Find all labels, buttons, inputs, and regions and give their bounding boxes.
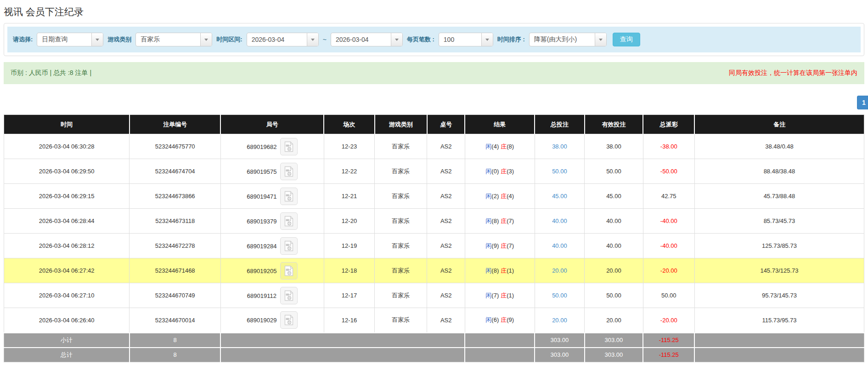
time-sort-combobox[interactable] <box>529 33 607 46</box>
cell-remark: 95.73/145.73 <box>694 283 864 308</box>
total-bet-link[interactable]: 20.00 <box>552 267 567 274</box>
cell-time: 2026-03-04 06:28:12 <box>4 234 130 258</box>
total-bet-link[interactable]: 45.00 <box>552 193 567 200</box>
total-bet-link[interactable]: 20.00 <box>552 317 567 324</box>
time-sort-label: 时间排序 : <box>497 35 525 44</box>
query-type-dropdown-button[interactable] <box>91 33 103 46</box>
total-bet-link[interactable]: 50.00 <box>552 292 567 299</box>
chevron-down-icon <box>485 39 489 41</box>
total-remark-empty <box>694 348 864 362</box>
video-replay-button[interactable] <box>280 163 298 180</box>
cell-session: 12-21 <box>324 184 375 209</box>
query-type-combobox[interactable] <box>37 33 103 46</box>
result-player: 闲 <box>485 168 491 175</box>
result-banker: 庄 <box>501 193 507 200</box>
query-button[interactable]: 查询 <box>613 33 640 46</box>
total-bet-link[interactable]: 40.00 <box>552 242 567 249</box>
cell-table-number: AS2 <box>427 308 465 333</box>
date-to-combobox[interactable] <box>331 33 403 46</box>
cell-round-number: 689019205 <box>220 258 324 283</box>
date-to-dropdown-button[interactable] <box>391 33 402 46</box>
result-player-score: (4) <box>491 143 499 150</box>
video-replay-button[interactable] <box>280 237 298 255</box>
result-player-score: (6) <box>491 316 499 323</box>
table-header-row: 时间 注单编号 局号 场次 游戏类别 桌号 结果 总投注 有效投注 总派彩 备注 <box>4 115 864 134</box>
page-size-combobox[interactable] <box>439 33 493 46</box>
total-row: 总计 8 303.00 303.00 -115.25 <box>4 348 864 362</box>
cell-valid-bet: 50.00 <box>585 159 643 184</box>
query-type-input[interactable] <box>37 33 91 46</box>
video-replay-button[interactable] <box>280 287 298 304</box>
cell-bet-number: 523244671468 <box>130 258 221 283</box>
result-banker: 庄 <box>501 316 507 323</box>
page-size-input[interactable] <box>439 33 481 46</box>
result-player: 闲 <box>485 267 491 274</box>
page-title: 视讯 会员下注纪录 <box>4 6 864 18</box>
page-size-dropdown-button[interactable] <box>481 33 493 46</box>
cell-result: 闲(9)庄(7) <box>465 234 535 258</box>
total-bet-link[interactable]: 38.00 <box>552 143 567 150</box>
cell-time: 2026-03-04 06:30:28 <box>4 134 130 159</box>
video-file-icon <box>284 290 294 301</box>
select-label: 请选择: <box>13 35 33 44</box>
cell-game-type: 百家乐 <box>375 134 427 159</box>
game-type-input[interactable] <box>136 33 200 46</box>
video-replay-button[interactable] <box>280 138 298 155</box>
result-player: 闲 <box>485 292 491 299</box>
cell-valid-bet: 38.00 <box>585 134 643 159</box>
round-number: 689019575 <box>247 168 276 175</box>
cell-total-bet: 38.00 <box>535 134 585 159</box>
cell-bet-number: 523244670014 <box>130 308 221 333</box>
total-bet-link[interactable]: 40.00 <box>552 217 567 224</box>
result-player: 闲 <box>485 316 491 323</box>
date-from-combobox[interactable] <box>247 33 319 46</box>
cell-bet-number: 523244672278 <box>130 234 221 258</box>
result-banker-score: (9) <box>507 316 514 323</box>
subtotal-result-empty <box>465 333 535 348</box>
table-row: 2026-03-04 06:30:28 523244675770 6890196… <box>4 134 864 159</box>
game-type-dropdown-button[interactable] <box>200 33 212 46</box>
date-to-input[interactable] <box>331 33 391 46</box>
round-number: 689019112 <box>247 292 276 299</box>
total-bet-link[interactable]: 50.00 <box>552 168 567 175</box>
video-replay-button[interactable] <box>280 212 298 230</box>
date-from-input[interactable] <box>247 33 307 46</box>
pagination: 1 <box>4 96 864 109</box>
round-number: 689019284 <box>247 242 276 249</box>
header-bet-number: 注单编号 <box>130 115 221 134</box>
video-file-icon <box>284 314 294 326</box>
cell-session: 12-23 <box>324 134 375 159</box>
total-result-empty <box>465 348 535 362</box>
cell-session: 12-18 <box>324 258 375 283</box>
video-replay-button[interactable] <box>280 262 298 280</box>
valid-bet-notice: 同局有效投注，统一计算在该局第一张注单内 <box>729 69 857 77</box>
table-row: 2026-03-04 06:27:42 523244671468 6890192… <box>4 258 864 283</box>
time-sort-input[interactable] <box>530 33 595 46</box>
subtotal-total-bet: 303.00 <box>535 333 585 348</box>
header-session: 场次 <box>324 115 375 134</box>
video-file-icon <box>284 191 294 202</box>
chevron-down-icon <box>311 39 315 41</box>
cell-result: 闲(4)庄(8) <box>465 134 535 159</box>
video-replay-button[interactable] <box>280 311 298 329</box>
cell-remark: 85.73/45.73 <box>694 209 864 234</box>
cell-time: 2026-03-04 06:29:50 <box>4 159 130 184</box>
table-row: 2026-03-04 06:29:50 523244674704 6890195… <box>4 159 864 184</box>
game-type-combobox[interactable] <box>135 33 212 46</box>
time-sort-dropdown-button[interactable] <box>595 33 606 46</box>
filter-panel: 请选择: 游戏类别 时间区间: ~ 每页笔数 : <box>4 23 864 56</box>
total-total-bet: 303.00 <box>535 348 585 362</box>
cell-game-type: 百家乐 <box>375 308 427 333</box>
header-time: 时间 <box>4 115 130 134</box>
date-from-dropdown-button[interactable] <box>307 33 318 46</box>
video-replay-button[interactable] <box>280 188 298 205</box>
cell-round-number: 689019112 <box>220 283 324 308</box>
page-size-label: 每页笔数 : <box>407 35 434 44</box>
cell-time: 2026-03-04 06:29:15 <box>4 184 130 209</box>
cell-result: 闲(6)庄(9) <box>465 308 535 333</box>
cell-time: 2026-03-04 06:27:10 <box>4 283 130 308</box>
cell-total-bet: 20.00 <box>535 308 585 333</box>
result-player-score: (0) <box>491 168 499 175</box>
pagination-page-1[interactable]: 1 <box>857 96 868 109</box>
cell-remark: 88.48/38.48 <box>694 159 864 184</box>
